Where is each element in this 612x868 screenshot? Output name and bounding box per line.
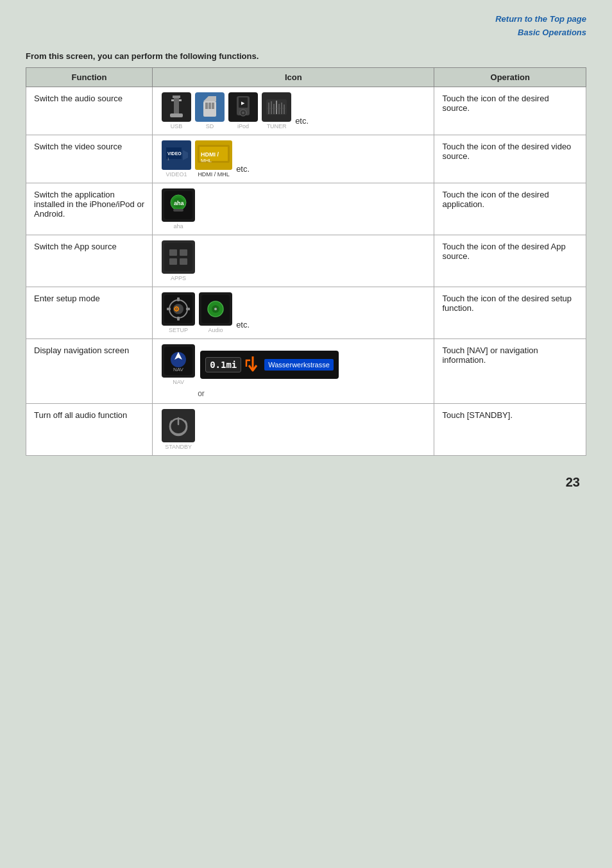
return-to-top-link[interactable]: Return to the Top page bbox=[26, 13, 586, 26]
svg-rect-40 bbox=[180, 249, 187, 256]
video1-icon: VIDEO 1 bbox=[162, 140, 191, 170]
svg-rect-7 bbox=[205, 103, 208, 109]
setup-icon-wrapper[interactable]: ⚙ SETUP bbox=[162, 292, 195, 333]
svg-text:NAV: NAV bbox=[173, 367, 184, 372]
svg-rect-36 bbox=[173, 209, 183, 212]
icon-cell-audio-source: USB SD bbox=[153, 87, 434, 135]
function-cell: Switch the App source bbox=[26, 235, 153, 287]
operation-cell: Touch the icon of the desired applicatio… bbox=[434, 183, 586, 235]
ipod-icon: ▶ bbox=[228, 92, 258, 122]
ipod-icon-wrapper[interactable]: ▶ iPod bbox=[228, 92, 258, 129]
sd-icon-wrapper[interactable]: SD bbox=[195, 92, 225, 129]
hdmi-label: HDMI / MHL bbox=[198, 171, 230, 178]
svg-point-54 bbox=[214, 308, 217, 310]
setup-icon: ⚙ bbox=[162, 292, 195, 326]
hdmi-icon: HDMI / MHL bbox=[195, 140, 232, 170]
svg-rect-8 bbox=[208, 103, 211, 109]
basic-operations-link[interactable]: Basic Operations bbox=[26, 26, 586, 40]
svg-rect-42 bbox=[180, 258, 187, 265]
icon-cell-video-source: VIDEO 1 VIDEO1 HDMI / bbox=[153, 135, 434, 183]
aha-icon: aha bbox=[162, 188, 195, 222]
nav-icon-wrapper[interactable]: NAV NAV bbox=[162, 344, 195, 385]
operation-cell: Touch the icon of the desired video sour… bbox=[434, 135, 586, 183]
hdmi-icon-wrapper[interactable]: HDMI / MHL HDMI / MHL bbox=[195, 140, 232, 178]
function-cell: Switch the application installed in the … bbox=[26, 183, 153, 235]
table-row: Switch the video source VIDEO 1 bbox=[26, 135, 586, 183]
svg-rect-48 bbox=[167, 308, 171, 310]
sd-icon bbox=[195, 92, 225, 122]
etc-text-setup: etc. bbox=[236, 320, 250, 333]
svg-marker-6 bbox=[203, 96, 216, 101]
function-cell: Turn off all audio function bbox=[26, 403, 153, 455]
svg-text:aha: aha bbox=[174, 200, 185, 206]
svg-rect-9 bbox=[212, 103, 214, 109]
table-row: Switch the App source bbox=[26, 235, 586, 287]
svg-marker-26 bbox=[183, 150, 188, 160]
operation-cell: Touch the icon of the desired App source… bbox=[434, 235, 586, 287]
standby-label: STANDBY bbox=[165, 444, 192, 450]
svg-rect-1 bbox=[174, 98, 179, 113]
usb-label: USB bbox=[171, 123, 183, 129]
col-header-operation: Operation bbox=[434, 67, 586, 87]
svg-text:VIDEO: VIDEO bbox=[167, 151, 182, 156]
apps-label: APPS bbox=[171, 275, 186, 281]
svg-rect-3 bbox=[171, 99, 174, 101]
function-cell: Switch the video source bbox=[26, 135, 153, 183]
function-cell: Switch the audio source bbox=[26, 87, 153, 135]
table-row: Switch the audio source bbox=[26, 87, 586, 135]
nav-distance: 0.1mi bbox=[205, 357, 241, 372]
setup-label: SETUP bbox=[169, 327, 188, 333]
apps-icon-wrapper[interactable]: APPS bbox=[162, 240, 195, 281]
functions-table: Function Icon Operation Switch the audio… bbox=[26, 67, 586, 456]
standby-icon-wrapper[interactable]: STANDBY bbox=[162, 409, 195, 450]
operation-cell: Touch the icon of the desired source. bbox=[434, 87, 586, 135]
icon-cell-standby: STANDBY bbox=[153, 403, 434, 455]
or-text: or bbox=[195, 389, 205, 398]
nav-icon: NAV bbox=[162, 344, 195, 378]
nav-street: Wasserwerkstrasse bbox=[264, 359, 334, 371]
ipod-label: iPod bbox=[237, 123, 249, 129]
nav-label: NAV bbox=[173, 379, 184, 385]
audio-icon bbox=[199, 292, 232, 326]
table-row: Turn off all audio function bbox=[26, 403, 586, 455]
operation-cell: Touch [STANDBY]. bbox=[434, 403, 586, 455]
table-row: Display navigation screen NAV bbox=[26, 338, 586, 403]
tuner-icon-wrapper[interactable]: TUNER bbox=[262, 92, 291, 129]
function-cell: Display navigation screen bbox=[26, 338, 153, 403]
tuner-icon bbox=[262, 92, 291, 122]
svg-text:1: 1 bbox=[167, 157, 169, 161]
svg-rect-39 bbox=[169, 249, 177, 256]
operation-cell: Touch [NAV] or navigation information. bbox=[434, 338, 586, 403]
nav-screen-display: 0.1mi Wasserwerkstrasse bbox=[200, 351, 339, 379]
svg-rect-4 bbox=[179, 99, 182, 101]
operation-cell: Touch the icon of the desired setup func… bbox=[434, 287, 586, 338]
video1-icon-wrapper[interactable]: VIDEO 1 VIDEO1 bbox=[162, 140, 191, 178]
svg-rect-38 bbox=[164, 243, 192, 271]
audio-label: Audio bbox=[208, 327, 223, 333]
function-cell: Enter setup mode bbox=[26, 287, 153, 338]
nav-turn-arrow bbox=[245, 355, 260, 374]
icon-cell-app: aha aha bbox=[153, 183, 434, 235]
audio-icon-wrapper[interactable]: Audio bbox=[199, 292, 232, 333]
svg-rect-47 bbox=[177, 317, 180, 321]
svg-rect-2 bbox=[170, 113, 183, 117]
usb-icon-wrapper[interactable]: USB bbox=[162, 92, 191, 129]
svg-point-13 bbox=[242, 112, 244, 114]
page-number: 23 bbox=[26, 475, 586, 490]
standby-icon bbox=[162, 409, 195, 442]
etc-text-audio: etc. bbox=[295, 116, 309, 129]
svg-text:⚙: ⚙ bbox=[173, 305, 180, 313]
svg-rect-49 bbox=[186, 308, 190, 310]
video1-label: VIDEO1 bbox=[166, 171, 187, 178]
sd-label: SD bbox=[206, 123, 214, 129]
apps-icon bbox=[162, 240, 195, 274]
table-row: Enter setup mode bbox=[26, 287, 586, 338]
intro-text: From this screen, you can perform the fo… bbox=[26, 51, 586, 61]
icon-cell-apps: APPS bbox=[153, 235, 434, 287]
nav-display-row: NAV NAV 0.1mi bbox=[162, 344, 425, 385]
svg-text:HDMI /: HDMI / bbox=[201, 151, 219, 158]
aha-icon-wrapper[interactable]: aha aha bbox=[162, 188, 195, 230]
svg-rect-0 bbox=[173, 96, 180, 98]
usb-icon bbox=[162, 92, 191, 122]
aha-label: aha bbox=[174, 223, 183, 230]
